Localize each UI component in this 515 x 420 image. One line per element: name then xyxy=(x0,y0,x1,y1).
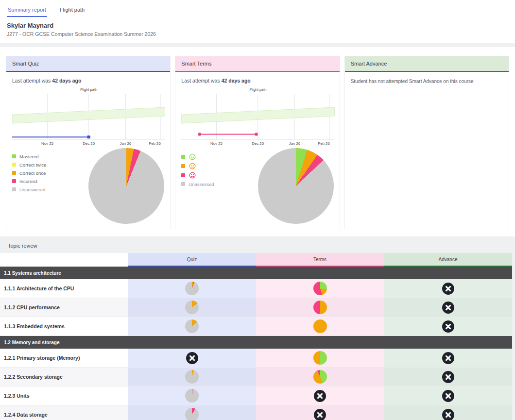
topic-review-table: Quiz Terms Advance 1.1 Systems architect… xyxy=(0,253,512,420)
topic-review-section: Topic review Quiz Terms Advance 1.1 Syst… xyxy=(0,236,515,420)
line-end-marker xyxy=(87,135,90,138)
not-attempted-icon xyxy=(314,390,326,402)
legend-item: Correct twice xyxy=(12,161,88,168)
topic-row: 1.2.4 Data storage xyxy=(0,405,512,420)
quiz-flight-path-chart: Nov 25Dec 25Jan 26Feb 26 xyxy=(12,93,165,147)
tab-bar: Summary report Flight path xyxy=(7,5,508,17)
topic-row: 1.2.1 Primary storage (Memory) xyxy=(0,349,512,368)
svg-text:Nov 25: Nov 25 xyxy=(210,141,223,146)
header-card: Summary report Flight path Skylar Maynar… xyxy=(0,0,515,43)
legend-item: Incorrect xyxy=(12,178,88,185)
mini-pie-chart xyxy=(185,282,199,295)
smart-advance-card: Smart Advance Student has not attempted … xyxy=(344,56,509,229)
quiz-cell xyxy=(128,368,256,386)
topic-label: 1.1.2 CPU performance xyxy=(0,298,128,317)
legend-item: Unassessed xyxy=(181,181,258,187)
last-attempt-text: Last attempt was 42 days ago xyxy=(12,78,165,84)
column-header-quiz: Quiz xyxy=(128,253,256,267)
legend-item xyxy=(181,171,258,179)
mini-pie-chart xyxy=(313,351,327,365)
quiz-pie-chart xyxy=(88,148,164,224)
mini-pie-chart xyxy=(185,301,199,314)
legend-label: Unanswered xyxy=(19,187,45,192)
topic-label: 1.1.1 Architecture of the CPU xyxy=(0,279,128,298)
topic-label: 1.2.3 Units xyxy=(0,386,128,405)
legend-item: Unanswered xyxy=(12,186,88,193)
topic-row: 1.1.3 Embedded systems xyxy=(0,317,512,336)
mini-pie-chart xyxy=(185,408,199,420)
topic-row: 1.1.1 Architecture of the CPU xyxy=(0,279,512,298)
legend-label: Mastered xyxy=(19,154,39,159)
not-attempted-icon xyxy=(442,320,454,333)
flight-path-chart-title: Flight path xyxy=(12,87,165,92)
course-title: J277 - OCR GCSE Computer Science Examina… xyxy=(7,31,508,37)
table-body: 1.1 Systems architecture1.1.1 Architectu… xyxy=(0,267,512,420)
advance-cell xyxy=(384,368,512,386)
topic-label: 1.1.3 Embedded systems xyxy=(0,317,128,336)
smart-quiz-card: Smart Quiz Last attempt was 42 days ago … xyxy=(6,56,171,229)
svg-text:Jan 26: Jan 26 xyxy=(289,141,301,146)
sad-face-icon xyxy=(189,171,196,179)
quiz-legend: MasteredCorrect twiceCorrect onceIncorre… xyxy=(12,153,88,194)
summary-report-page: Summary report Flight path Skylar Maynar… xyxy=(0,0,515,420)
table-header-row: Quiz Terms Advance xyxy=(0,253,512,267)
legend-swatch xyxy=(12,154,16,158)
not-attempted-icon xyxy=(442,409,454,420)
advance-cell xyxy=(384,386,512,405)
legend-label: Correct twice xyxy=(19,162,46,168)
mini-pie-chart xyxy=(185,370,199,384)
summary-cards-band: Smart Quiz Last attempt was 42 days ago … xyxy=(0,47,515,236)
quiz-cell xyxy=(128,298,256,317)
not-attempted-icon xyxy=(186,352,198,364)
topic-row: 1.2.2 Secondary storage xyxy=(0,368,512,386)
terms-legend: Unassessed xyxy=(181,153,258,189)
not-attempted-icon xyxy=(442,283,454,295)
column-header-advance: Advance xyxy=(384,253,512,267)
smart-terms-card: Smart Terms Last attempt was 42 days ago… xyxy=(175,56,340,229)
advance-cell xyxy=(384,405,512,420)
not-attempted-icon xyxy=(442,352,454,364)
flight-path-chart-title: Flight path xyxy=(181,87,334,92)
advance-cell xyxy=(384,349,512,367)
terms-cell xyxy=(256,279,384,298)
mini-pie-chart xyxy=(185,319,199,333)
svg-text:Dec 25: Dec 25 xyxy=(83,141,95,146)
happy-face-icon xyxy=(189,153,196,161)
column-header-empty xyxy=(0,253,128,267)
mini-pie-chart xyxy=(185,389,199,403)
terms-cell xyxy=(256,386,384,405)
legend-swatch xyxy=(181,155,185,159)
mini-pie-chart xyxy=(313,301,327,314)
quiz-cell xyxy=(128,349,256,367)
column-header-terms: Terms xyxy=(256,253,384,267)
not-attempted-icon xyxy=(442,390,454,402)
line-end-marker xyxy=(255,133,258,135)
quiz-cell xyxy=(128,386,256,405)
quiz-cell xyxy=(128,405,256,420)
mini-pie-chart xyxy=(313,370,327,384)
tab-flight-path[interactable]: Flight path xyxy=(59,5,86,17)
legend-item xyxy=(181,153,258,161)
student-name: Skylar Maynard xyxy=(7,22,508,29)
legend-label: Correct once xyxy=(19,170,46,176)
legend-swatch xyxy=(12,163,16,167)
svg-text:Dec 25: Dec 25 xyxy=(252,141,264,146)
tab-summary-report[interactable]: Summary report xyxy=(7,5,47,17)
section-row: 1.2 Memory and storage xyxy=(0,336,512,349)
legend-swatch xyxy=(181,182,185,186)
svg-text:Jan 26: Jan 26 xyxy=(120,141,132,146)
advance-cell xyxy=(384,279,512,298)
svg-text:Feb 26: Feb 26 xyxy=(149,141,161,146)
legend-label: Unassessed xyxy=(189,182,214,187)
smart-quiz-header: Smart Quiz xyxy=(6,56,170,72)
quiz-cell xyxy=(128,317,256,336)
legend-item: Correct once xyxy=(12,169,88,176)
legend-swatch xyxy=(12,171,16,175)
advance-cell xyxy=(384,317,512,336)
not-attempted-icon xyxy=(442,371,454,383)
mini-pie-chart xyxy=(313,282,327,295)
smart-advance-header: Smart Advance xyxy=(345,56,509,72)
terms-cell xyxy=(256,349,384,367)
terms-pie-chart xyxy=(258,148,334,224)
legend-swatch xyxy=(181,173,185,177)
